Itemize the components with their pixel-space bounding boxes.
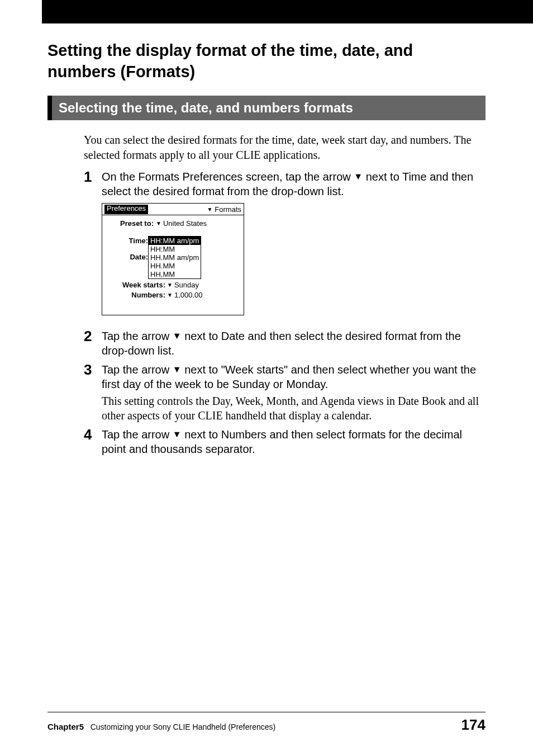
section-heading-bar: Selecting the time, date, and numbers fo… (47, 96, 486, 120)
prefs-body: Preset to: ▼ United States Time: Date: H… (102, 215, 244, 315)
dropdown-item-4[interactable]: HH,MM (149, 270, 201, 278)
down-triangle-icon: ▼ (173, 330, 182, 342)
numbers-label: Numbers: (104, 291, 165, 299)
week-starts-selector[interactable]: ▼ Sunday (167, 281, 199, 289)
time-label: Time: (104, 237, 148, 245)
dropdown-item-3[interactable]: HH.MM (149, 262, 201, 270)
down-triangle-icon: ▼ (173, 429, 182, 441)
time-date-row: Time: Date: HH:MM am/pm HH:MM HH.MM am/p… (104, 236, 241, 279)
step-4-text-pre: Tap the arrow (102, 428, 173, 441)
preset-value: United States (163, 219, 207, 228)
step-2-text-pre: Tap the arrow (102, 330, 173, 342)
step-2-number: 2 (84, 329, 102, 344)
page-title: Setting the display format of the time, … (47, 40, 486, 82)
footer-chapter: Chapter5 (47, 722, 84, 731)
dropdown-item-1[interactable]: HH:MM (149, 245, 201, 253)
week-starts-label: Week starts: (104, 281, 165, 289)
down-triangle-icon: ▼ (173, 364, 182, 376)
section-heading: Selecting the time, date, and numbers fo… (52, 96, 486, 120)
step-3-body: Tap the arrow ▼ next to "Week starts" an… (102, 362, 486, 391)
prefs-header-right-label: Formats (215, 205, 241, 214)
step-1: 1 On the Formats Preferences screen, tap… (84, 169, 486, 199)
date-label: Date: (104, 253, 148, 261)
numbers-selector[interactable]: ▼ 1,000.00 (167, 291, 203, 299)
step-3: 3 Tap the arrow ▼ next to "Week starts" … (84, 362, 486, 391)
page-number: 174 (461, 716, 486, 734)
step-1-text-pre: On the Formats Preferences screen, tap t… (102, 171, 354, 183)
step-2: 2 Tap the arrow ▼ next to Date and then … (84, 329, 486, 358)
numbers-value: 1,000.00 (174, 291, 203, 299)
time-format-dropdown[interactable]: HH:MM am/pm HH:MM HH.MM am/pm HH.MM HH,M… (148, 236, 201, 279)
top-black-bar (42, 0, 533, 23)
footer-left: Chapter5 Customizing your Sony CLIE Hand… (47, 722, 275, 731)
footer: Chapter5 Customizing your Sony CLIE Hand… (47, 716, 486, 734)
preset-label: Preset to: (120, 219, 154, 228)
chevron-down-icon: ▼ (167, 292, 173, 298)
dropdown-item-2[interactable]: HH.MM am/pm (149, 253, 201, 262)
section-heading-accent (47, 96, 52, 120)
step-3-text-pre: Tap the arrow (102, 363, 173, 376)
step-3-number: 3 (84, 362, 102, 377)
prefs-header: Preferences ▼ Formats (102, 204, 244, 215)
down-triangle-icon: ▼ (354, 171, 363, 183)
step-4-number: 4 (84, 427, 102, 442)
dropdown-item-0[interactable]: HH:MM am/pm (149, 237, 201, 245)
step-2-body: Tap the arrow ▼ next to Date and then se… (102, 329, 486, 358)
footer-rule (47, 712, 486, 712)
prefs-header-title: Preferences (104, 205, 148, 214)
chevron-down-icon: ▼ (156, 220, 161, 226)
numbers-row: Numbers: ▼ 1,000.00 (104, 291, 241, 299)
chevron-down-icon: ▼ (207, 206, 212, 212)
step-3-extra: This setting controls the Day, Week, Mon… (102, 394, 486, 423)
footer-chapter-title: Customizing your Sony CLIE Handheld (Pre… (91, 722, 276, 731)
preset-selector[interactable]: ▼ United States (156, 219, 207, 228)
preset-row: Preset to: ▼ United States (104, 219, 241, 228)
step-4-body: Tap the arrow ▼ next to Numbers and then… (102, 427, 486, 456)
preferences-screenshot: Preferences ▼ Formats Preset to: ▼ Unite… (102, 203, 244, 315)
step-4: 4 Tap the arrow ▼ next to Numbers and th… (84, 427, 486, 456)
prefs-formats-menu[interactable]: ▼ Formats (207, 205, 241, 214)
step-1-body: On the Formats Preferences screen, tap t… (102, 169, 486, 199)
chevron-down-icon: ▼ (167, 282, 173, 288)
step-1-number: 1 (84, 169, 102, 185)
intro-paragraph: You can select the desired formats for t… (84, 133, 486, 163)
week-starts-value: Sunday (174, 281, 199, 289)
week-starts-row: Week starts: ▼ Sunday (104, 281, 241, 289)
